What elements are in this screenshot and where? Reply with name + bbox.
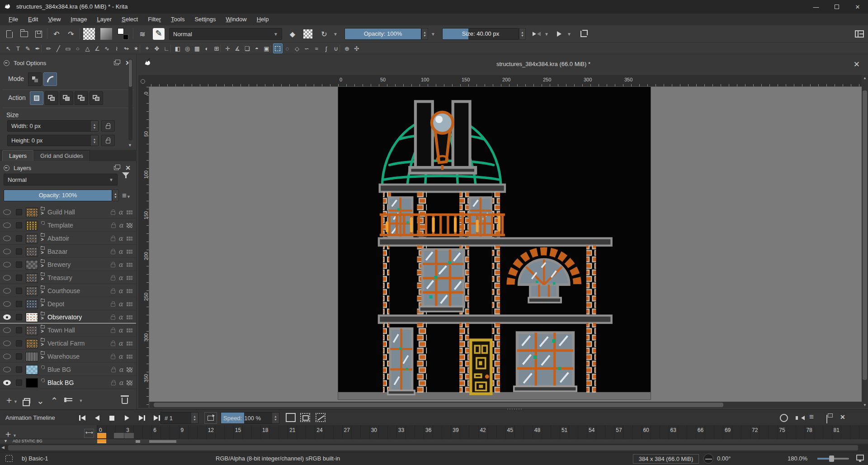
timeline-frame-label[interactable]: 33 [398, 427, 404, 433]
passthrough-icon[interactable] [126, 249, 132, 254]
timeline-frame-label[interactable]: 63 [670, 427, 676, 433]
layer-color-label[interactable] [16, 366, 22, 373]
frame-actions-button[interactable] [204, 412, 217, 424]
delete-layer-icon[interactable] [122, 398, 128, 404]
zoom-tool[interactable]: ⊕ [342, 43, 352, 53]
layer-lock-icon[interactable] [111, 290, 115, 294]
dynamic-brush-tool[interactable]: ↬ [122, 43, 131, 53]
timeline-frame-label[interactable]: 6 [153, 427, 156, 433]
timeline-frame-label[interactable]: 57 [616, 427, 622, 433]
freehand-selection-tool[interactable]: ∽ [302, 43, 311, 53]
tool-options-scrollbar[interactable] [128, 59, 132, 140]
visibility-off-icon[interactable] [3, 209, 11, 215]
visibility-off-icon[interactable] [3, 367, 11, 372]
blending-mode-combo[interactable]: Normal▼ [169, 28, 282, 40]
action-add-button[interactable] [60, 91, 73, 105]
passthrough-icon[interactable] [126, 341, 132, 346]
layer-options-menu-icon[interactable]: ≡▼ [122, 191, 131, 200]
menu-window[interactable]: Window [221, 14, 251, 25]
float-docker-icon[interactable] [114, 61, 119, 65]
layer-blend-mode-combo[interactable]: Normal▼ [4, 174, 118, 185]
rectangle-tool[interactable]: ▭ [63, 43, 73, 53]
inherit-alpha-icon[interactable] [127, 380, 132, 385]
float-docker-icon[interactable] [826, 415, 827, 423]
alpha-lock-icon[interactable]: α [118, 247, 123, 256]
group-layer-icon[interactable]: > [40, 325, 46, 335]
timeline-frame-label[interactable]: 45 [507, 427, 513, 433]
timeline-frame-label[interactable]: 48 [534, 427, 540, 433]
action-intersect-button[interactable] [45, 91, 58, 105]
ellipse-tool[interactable]: ○ [73, 43, 83, 53]
brush-settings-button[interactable]: ≋ [136, 28, 149, 40]
pattern-chooser-button[interactable] [82, 28, 96, 40]
alpha-lock-icon[interactable]: α [118, 287, 123, 295]
timeline-frame-label[interactable]: 54 [589, 427, 594, 433]
timeline-clipped-row[interactable]: ▼ ADJ STATIC BG [0, 439, 868, 443]
menu-tools[interactable]: Tools [166, 14, 189, 25]
select-shapes-tool[interactable]: ↖ [4, 43, 13, 53]
visibility-off-icon[interactable] [3, 236, 11, 241]
layer-row-blue-bg[interactable]: Blue BGα [0, 364, 136, 376]
document-canvas[interactable] [338, 87, 651, 399]
measure-tool[interactable]: ∡ [233, 43, 242, 53]
inherit-alpha-icon[interactable] [127, 367, 132, 372]
timeline-scrollbar[interactable]: ◀ [0, 444, 868, 451]
pixel-mode-button[interactable] [28, 72, 42, 86]
insert-keyframe-icon[interactable] [286, 413, 296, 422]
wrap-dropdown[interactable]: ▼ [566, 28, 572, 40]
timeline-frame-label[interactable]: 12 [208, 427, 214, 433]
rotation-dial-icon[interactable] [703, 454, 713, 464]
workspace-chooser-button[interactable] [853, 28, 866, 40]
play-button[interactable] [121, 413, 133, 423]
zoom-slider[interactable] [817, 458, 849, 460]
close-docker-icon[interactable]: ✕ [840, 413, 845, 421]
width-lock-button[interactable] [101, 120, 115, 132]
layer-lock-icon[interactable] [111, 382, 116, 385]
menu-image[interactable]: Image [66, 14, 92, 25]
timeline-frame-label[interactable]: 0 [99, 427, 102, 433]
group-layer-icon[interactable]: > [40, 273, 46, 283]
layer-color-label[interactable] [16, 235, 22, 242]
layer-properties-icon[interactable] [64, 398, 72, 403]
bezier-selection-tool[interactable]: ʃ [321, 43, 331, 53]
horizontal-mirror-button[interactable] [530, 28, 543, 40]
timeline-frame-label[interactable]: 36 [425, 427, 431, 433]
duplicate-layer-icon[interactable] [24, 398, 30, 403]
new-document-button[interactable] [3, 28, 16, 40]
layer-color-label[interactable] [16, 314, 22, 320]
current-frame-field[interactable]: # 1 ▲▼ [160, 412, 198, 424]
trim-canvas-button[interactable] [577, 28, 590, 40]
group-layer-icon[interactable]: > [40, 260, 46, 270]
visibility-off-icon[interactable] [3, 249, 11, 254]
layer-lock-icon[interactable] [111, 303, 115, 307]
layer-color-label[interactable] [16, 301, 22, 307]
passthrough-icon[interactable] [126, 302, 132, 306]
duplicate-keyframe-icon[interactable] [300, 413, 310, 422]
move-tool[interactable]: ✥ [152, 43, 162, 53]
freehand-path-tool[interactable]: ≀ [112, 43, 122, 53]
alpha-lock-icon[interactable]: α [118, 300, 123, 308]
menu-select[interactable]: Select [117, 14, 143, 25]
close-button[interactable]: ✕ [847, 0, 868, 14]
pan-tool[interactable]: ✣ [352, 43, 362, 53]
add-timeline-layer-button[interactable]: ＋▼ [4, 428, 17, 440]
timeline-frame-label[interactable]: 75 [779, 427, 785, 433]
passthrough-icon[interactable] [126, 328, 132, 332]
alpha-lock-icon[interactable]: α [119, 221, 123, 229]
fill-tool[interactable]: ◓ [252, 43, 262, 53]
timeline-frame-label[interactable]: 30 [371, 427, 377, 433]
freehand-brush-tool[interactable]: ✏ [44, 43, 53, 53]
ruler-origin-icon[interactable] [138, 75, 149, 87]
transform-tool[interactable]: ⌖ [142, 43, 152, 53]
layer-row-guild-hall[interactable]: >Guild Hallα [0, 206, 136, 218]
layer-lock-icon[interactable] [111, 277, 115, 280]
timeline-frame-label[interactable]: 39 [453, 427, 458, 433]
horizontal-scrollbar[interactable] [149, 402, 862, 408]
move-layer-down-button[interactable]: ⌄ [37, 396, 44, 405]
layer-color-label[interactable] [16, 340, 22, 346]
alpha-lock-icon[interactable]: α [118, 208, 123, 216]
polygonal-selection-tool[interactable]: ◇ [292, 43, 302, 53]
scroll-up-icon[interactable]: ▲ [863, 76, 867, 80]
layer-lock-icon[interactable] [111, 369, 116, 372]
visibility-on-icon[interactable] [3, 314, 11, 320]
